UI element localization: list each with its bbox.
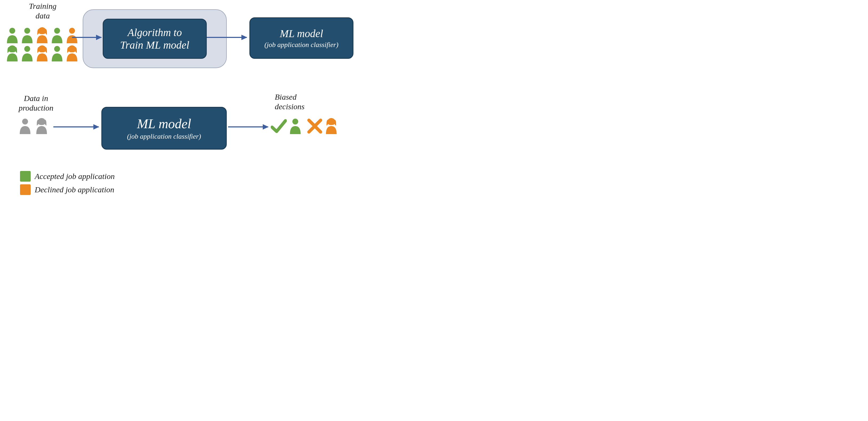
production-data-label: Data in production: [12, 93, 60, 113]
ml-model-sub-bottom: (job application classifier): [127, 133, 201, 141]
algorithm-box: Algorithm to Train ML model: [103, 19, 207, 59]
ml-model-title-top: ML model: [280, 27, 323, 40]
female-person-icon: [35, 117, 49, 134]
male-person-icon: [65, 27, 79, 43]
ml-model-box-bottom: ML model (job application classifier): [101, 107, 227, 149]
male-person-icon: [5, 27, 19, 43]
legend-accepted-text: Accepted job application: [35, 171, 147, 181]
ml-model-box-top: ML model (job application classifier): [249, 17, 353, 59]
biased-decisions-label: Biased decisions: [275, 92, 315, 111]
ml-model-title-bottom: ML model: [137, 116, 191, 132]
result-accepted: [271, 117, 302, 134]
check-icon: [271, 118, 287, 134]
algorithm-box-text: Algorithm to Train ML model: [120, 26, 189, 51]
male-person-icon: [50, 45, 64, 61]
legend-accepted-swatch: [20, 171, 31, 181]
male-person-icon: [20, 27, 34, 43]
female-person-icon: [65, 45, 79, 61]
ml-model-sub-top: (job application classifier): [265, 41, 338, 49]
male-person-icon: [50, 27, 64, 43]
cross-icon: [307, 118, 323, 134]
female-person-icon: [35, 45, 49, 61]
training-people-grid: [5, 27, 79, 61]
female-person-icon: [324, 117, 338, 134]
result-declined: [307, 117, 338, 134]
male-person-icon: [288, 117, 302, 134]
production-people-row: [18, 117, 49, 134]
female-person-icon: [35, 27, 49, 43]
training-data-label: Training data: [21, 1, 64, 21]
legend-declined-swatch: [20, 184, 31, 195]
male-person-icon: [18, 117, 32, 134]
legend-declined-text: Declined job application: [35, 185, 147, 194]
female-person-icon: [5, 45, 19, 61]
male-person-icon: [20, 45, 34, 61]
